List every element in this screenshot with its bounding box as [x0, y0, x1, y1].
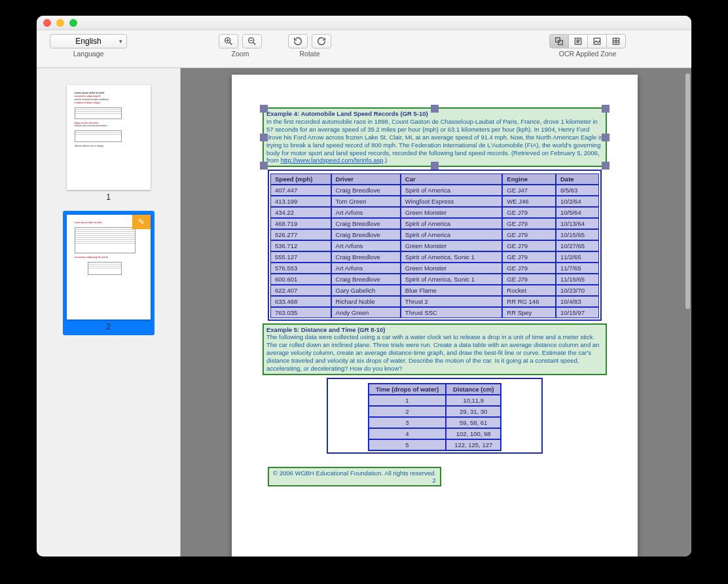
resize-handle[interactable] [260, 134, 268, 141]
ocr-zone-text-button[interactable] [568, 34, 588, 48]
zoom-window-icon[interactable] [69, 19, 77, 27]
table-header: Car [401, 173, 502, 185]
resize-handle[interactable] [260, 105, 268, 113]
zone-text-icon [573, 36, 583, 46]
thumbnail-page-2[interactable]: ✎ Lorem ipsum dolor sit amet consectetur… [63, 211, 155, 335]
resize-handle[interactable] [602, 162, 610, 170]
zone-table-icon [611, 36, 621, 46]
table-row: 4102, 100, 98 [369, 428, 501, 439]
example5-body: The following data were collected using … [266, 333, 603, 372]
rotate-left-icon [293, 36, 303, 46]
page-canvas[interactable]: Example 4: Automobile Land Speed Records… [181, 68, 691, 557]
ocr-zone-footer[interactable]: © 2006 WGBH Educational Foundation. All … [268, 467, 441, 486]
zone-overlap-icon [554, 36, 564, 46]
landspeed-link[interactable]: http://www.landspeed.com/lsrinfo.asp [281, 156, 384, 164]
pencil-icon: ✎ [132, 215, 151, 229]
resize-handle[interactable] [602, 105, 610, 113]
table-row: 434.22Art ArfonsGreen MonsterGE J7910/5/… [270, 207, 599, 218]
close-icon[interactable] [43, 19, 51, 27]
titlebar [37, 16, 691, 30]
table-header: Date [556, 173, 599, 185]
page-thumbnail-sidebar: Lorem ipsum dolor sit amet consectetur a… [37, 68, 181, 557]
zone-image-icon [592, 36, 602, 46]
ocr-zone-example5-text[interactable]: Example 5: Distance and Time (GR 8-10) T… [263, 323, 607, 374]
zoom-label: Zoom [232, 50, 249, 58]
table-row: 5122, 125, 127 [369, 439, 501, 450]
time-distance-table: Time (drops of water)Distance (cm) 110,1… [368, 383, 502, 451]
table-header: Distance (cm) [446, 384, 501, 395]
table-header: Time (drops of water) [369, 384, 446, 395]
resize-handle[interactable] [431, 105, 439, 113]
ocr-zone-time-table[interactable]: Time (drops of water)Distance (cm) 110,1… [327, 378, 543, 454]
table-row: 110,11,9 [369, 395, 501, 406]
table-header: Driver [331, 173, 401, 185]
ocr-zone-speed-table[interactable]: Speed (mph)DriverCarEngineDate 407.447Cr… [268, 170, 602, 321]
table-row: 622.407Gary GabelichBlue FlameRocket10/2… [270, 285, 599, 296]
document-page: Example 4: Automobile Land Speed Records… [232, 75, 638, 557]
rotate-right-icon [316, 36, 327, 46]
vertical-scrollbar[interactable] [685, 73, 690, 309]
example5-title: Example 5: Distance and Time (GR 8-10) [266, 326, 603, 333]
page-number: 2 [273, 477, 436, 484]
resize-handle[interactable] [602, 134, 610, 141]
table-row: 413.199Tom GreenWingfoot ExpressWE J4610… [270, 196, 599, 207]
zoom-out-icon [247, 36, 257, 46]
copyright-text: © 2006 WGBH Educational Foundation. All … [273, 469, 436, 477]
table-row: 526.277Craig BreedloveSpirit of AmericaG… [270, 229, 599, 240]
table-row: 576.553Art ArfonsGreen MonsterGE J7911/7… [270, 263, 599, 274]
ocr-label: OCR Applied Zone [559, 50, 617, 58]
table-header: Engine [502, 173, 556, 185]
rotate-right-button[interactable] [312, 34, 331, 48]
table-row: 555.127Craig BreedloveSpirit of America,… [270, 251, 599, 263]
table-row: 407.447Craig BreedloveSpirit of AmericaG… [270, 185, 599, 196]
ocr-zone-example4-text[interactable]: Example 4: Automobile Land Speed Records… [263, 107, 607, 167]
svg-line-1 [230, 43, 232, 45]
table-row: 359, 58, 61 [369, 417, 501, 428]
language-label: Language [73, 50, 104, 58]
app-window: English Language Zoom Rotate [37, 16, 691, 557]
resize-handle[interactable] [260, 162, 268, 170]
table-row: 763.035Andy GreenThrust SSCRR Spey10/15/… [270, 307, 599, 318]
speed-records-table: Speed (mph)DriverCarEngineDate 407.447Cr… [270, 173, 599, 318]
language-select[interactable]: English [50, 34, 127, 48]
example4-body: In the first recorded automobile race in… [266, 118, 603, 164]
minimize-icon[interactable] [56, 19, 64, 27]
zoom-in-icon [223, 36, 234, 46]
table-row: 600.601Craig BreedloveSpirit of America,… [270, 274, 599, 285]
thumbnail-page-1[interactable]: Lorem ipsum dolor sit amet consectetur a… [63, 81, 155, 206]
table-row: 536.712Art ArfonsGreen MonsterGE J7910/2… [270, 240, 599, 251]
table-row: 229, 31, 30 [369, 406, 501, 417]
ocr-zone-table-button[interactable] [606, 34, 626, 48]
rotate-left-button[interactable] [288, 34, 308, 48]
zoom-in-button[interactable] [219, 34, 238, 48]
ocr-zone-image-button[interactable] [587, 34, 607, 48]
svg-line-5 [253, 43, 255, 45]
rotate-label: Rotate [300, 50, 320, 58]
zoom-out-button[interactable] [242, 34, 262, 48]
resize-handle[interactable] [431, 162, 439, 170]
ocr-zone-auto-button[interactable] [549, 34, 569, 48]
table-row: 633.468Richard NobleThrust 2RR RG 14610/… [270, 296, 599, 307]
toolbar: English Language Zoom Rotate [37, 30, 691, 68]
table-row: 468.719Craig BreedloveSpirit of AmericaG… [270, 218, 599, 229]
table-header: Speed (mph) [270, 173, 331, 185]
